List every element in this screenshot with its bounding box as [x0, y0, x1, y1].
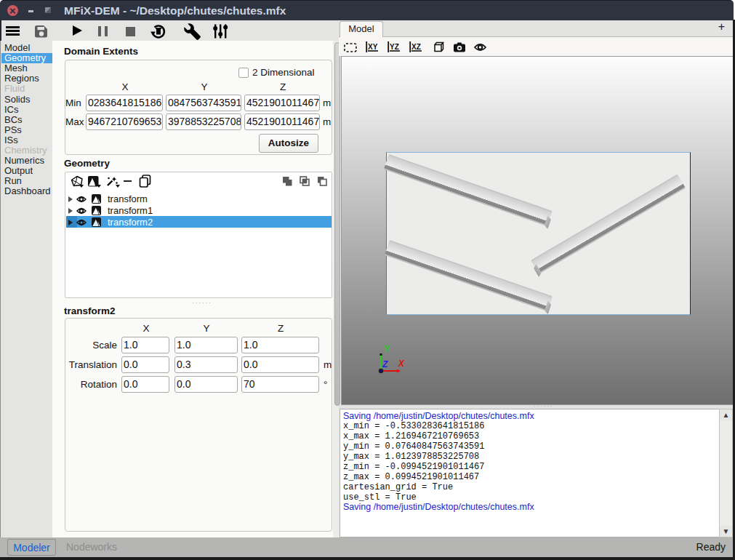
- svg-text:Y: Y: [384, 344, 390, 354]
- svg-text:YZ: YZ: [390, 43, 399, 51]
- svg-text:X: X: [398, 359, 405, 369]
- svg-text:Z: Z: [382, 359, 388, 369]
- svg-text:XY: XY: [368, 43, 378, 51]
- svg-text:XZ: XZ: [411, 43, 421, 51]
